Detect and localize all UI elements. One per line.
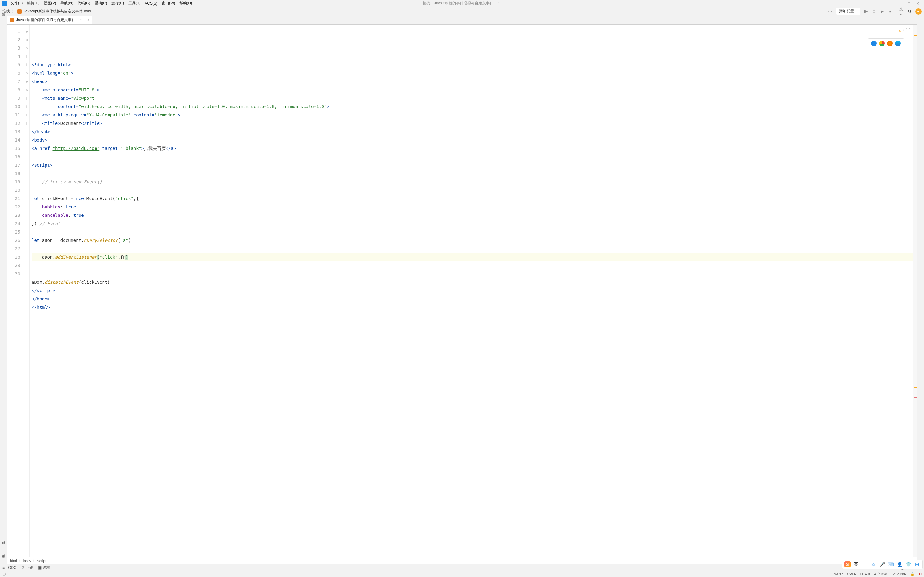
code-line[interactable]	[32, 186, 913, 195]
code-line[interactable]: </body>	[32, 295, 913, 303]
menu-vcs[interactable]: VCS(S)	[143, 1, 159, 6]
ime-person-icon[interactable]: 👤	[897, 561, 903, 567]
minimize-button[interactable]: —	[897, 1, 901, 6]
code-line[interactable]	[32, 270, 913, 278]
status-quick-icon[interactable]: ▢	[2, 572, 6, 576]
git-branch[interactable]: ⎇ Ø/N/A	[892, 572, 906, 576]
code-line[interactable]: aDom.dispatchEvent(clickEvent)	[32, 278, 913, 287]
code-line[interactable]: aDom.addEventListener("click",fn)	[32, 253, 913, 261]
chevron-down-icon[interactable]: ˅	[908, 26, 910, 34]
favorites-tool-button[interactable]: 收藏夹	[0, 560, 6, 561]
code-line[interactable]	[32, 153, 913, 161]
app-logo	[2, 1, 7, 6]
menu-window[interactable]: 窗口(W)	[160, 0, 177, 6]
debug-icon[interactable]	[872, 9, 877, 14]
crumb-html[interactable]: html	[10, 559, 17, 563]
close-tab-icon[interactable]: ×	[86, 18, 89, 22]
menu-help[interactable]: 帮助(H)	[178, 0, 194, 6]
code-line[interactable]: <a href="http://baidu.com" target="_blan…	[32, 144, 913, 153]
menu-edit[interactable]: 编辑(E)	[25, 0, 41, 6]
code-line[interactable]: <meta name="viewport"	[32, 94, 913, 103]
window-title: 拖拽 – Javscript新的事件模拟与自定义事件.html	[423, 1, 502, 6]
menu-file[interactable]: 文件(F)	[9, 0, 24, 6]
code-area[interactable]: ▲ 2 ˄ ˅ <!doctype html><html lang="en"><…	[30, 25, 913, 557]
inspection-widget[interactable]: ▲ 2 ˄ ˅	[899, 26, 910, 34]
code-line[interactable]: let aDom = document.querySelector("a")	[32, 236, 913, 245]
chrome-icon[interactable]	[879, 40, 885, 46]
code-line[interactable]: </html>	[32, 303, 913, 311]
maximize-button[interactable]: □	[908, 1, 910, 6]
nav-file[interactable]: Javscript新的事件模拟与自定义事件.html	[24, 9, 91, 14]
code-line[interactable]	[32, 169, 913, 178]
translate-icon[interactable]: 文A	[899, 9, 904, 14]
stop-icon[interactable]: ■	[888, 9, 893, 14]
menu-view[interactable]: 视图(V)	[42, 0, 58, 6]
firefox-icon[interactable]	[887, 40, 893, 46]
right-tool-strip	[917, 16, 924, 564]
menu-refactor[interactable]: 重构(R)	[93, 0, 109, 6]
nav-project[interactable]: 拖拽	[2, 9, 10, 14]
code-line[interactable]: <!doctype html>	[32, 61, 913, 69]
code-line[interactable]: content="width=device-width, user-scalab…	[32, 103, 913, 111]
menu-tools[interactable]: 工具(T)	[126, 0, 142, 6]
ime-mic-icon[interactable]: 🎤	[879, 561, 885, 567]
structure-tool-button[interactable]: 结构	[0, 546, 6, 548]
code-line[interactable]	[32, 245, 913, 253]
run-icon[interactable]	[864, 9, 869, 14]
code-line[interactable]: cancelable: true	[32, 211, 913, 219]
editor-tab[interactable]: Javscript新的事件模拟与自定义事件.html ×	[7, 16, 92, 24]
webstorm-browser-icon[interactable]	[871, 40, 877, 46]
tab-label: Javscript新的事件模拟与自定义事件.html	[16, 17, 83, 23]
project-tool-button[interactable]: 项目	[0, 18, 6, 19]
code-line[interactable]: <html lang="en">	[32, 69, 913, 77]
editor: Javscript新的事件模拟与自定义事件.html × 12345678910…	[7, 16, 917, 564]
crumb-body[interactable]: body	[23, 559, 31, 563]
code-line[interactable]	[32, 228, 913, 236]
terminal-tool-button[interactable]: ▣ 终端	[38, 565, 50, 570]
code-line[interactable]: </head>	[32, 127, 913, 136]
user-dropdown-icon[interactable]: ▼	[828, 9, 833, 14]
chevron-up-icon[interactable]: ˄	[905, 26, 907, 34]
coverage-icon[interactable]: ▶	[880, 9, 885, 14]
editor-scrollbar[interactable]	[913, 25, 917, 557]
code-line[interactable]	[32, 261, 913, 270]
crumb-script[interactable]: script	[37, 559, 47, 563]
code-line[interactable]: <body>	[32, 136, 913, 144]
problems-tool-button[interactable]: ⊘ 问题	[21, 565, 33, 570]
ime-grid-icon[interactable]: ▦	[914, 561, 920, 567]
close-button[interactable]: ✕	[916, 1, 920, 6]
ime-logo-icon[interactable]: S	[844, 561, 851, 567]
code-line[interactable]: <script>	[32, 161, 913, 169]
code-line[interactable]: }) // Event	[32, 219, 913, 228]
menubar: 文件(F) 编辑(E) 视图(V) 导航(N) 代码(C) 重构(R) 运行(U…	[0, 0, 924, 7]
file-encoding[interactable]: UTF-8	[861, 572, 870, 576]
cursor-position[interactable]: 24:37	[834, 572, 843, 576]
menu-navigate[interactable]: 导航(N)	[58, 0, 75, 6]
ime-keyboard-icon[interactable]: ⌨	[888, 561, 894, 567]
ime-comma[interactable]: ，	[862, 561, 868, 567]
edge-icon[interactable]	[895, 40, 901, 46]
avatar[interactable]: ●	[915, 8, 922, 15]
code-line[interactable]: // let ev = new Event()	[32, 178, 913, 186]
menu-run[interactable]: 运行(U)	[109, 0, 126, 6]
line-separator[interactable]: CRLF	[847, 572, 856, 576]
code-line[interactable]: </script>	[32, 287, 913, 295]
code-line[interactable]: <title>Document</title>	[32, 119, 913, 127]
lock-icon[interactable]: 🔒	[910, 572, 915, 576]
code-line[interactable]: <head>	[32, 77, 913, 86]
ime-emoji-icon[interactable]: ☺	[871, 561, 877, 567]
status-extra-icon[interactable]: U	[919, 572, 922, 576]
svg-point-0	[873, 10, 876, 12]
code-line[interactable]: <meta http-equiv="X-UA-Compatible" conte…	[32, 111, 913, 119]
ime-lang[interactable]: 英	[853, 561, 859, 567]
run-config-dropdown[interactable]: 添加配置...	[836, 8, 861, 15]
code-line[interactable]: <meta charset="UTF-8">	[32, 86, 913, 94]
menu-code[interactable]: 代码(C)	[76, 0, 92, 6]
indent-setting[interactable]: 4 个空格	[874, 572, 887, 576]
code-line[interactable]: let clickEvent = new MouseEvent("click",…	[32, 195, 913, 203]
todo-tool-button[interactable]: ≡ TODO	[2, 566, 16, 570]
code-line[interactable]: bubbles: true,	[32, 203, 913, 211]
line-number-gutter: 1234567891011121314151617181920212223242…	[7, 25, 24, 557]
search-icon[interactable]	[907, 9, 912, 14]
ime-skin-icon[interactable]: 👕	[905, 561, 911, 567]
